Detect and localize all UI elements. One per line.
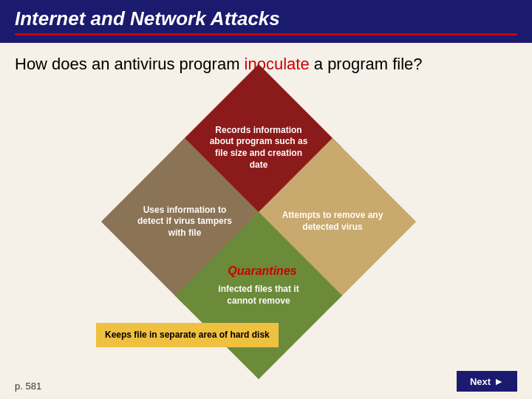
next-button[interactable]: Next ►: [457, 371, 517, 392]
header: Internet and Network Attacks: [0, 0, 532, 43]
diamond-bottom: infected files that it cannot remove: [175, 212, 342, 379]
diamond-area: Records information about program such a…: [0, 81, 532, 369]
header-divider: [15, 33, 517, 35]
quarantines-label: Quarantines: [214, 265, 310, 278]
next-arrow-icon: ►: [494, 375, 504, 387]
subtitle-before: How does an antivirus program: [15, 55, 245, 73]
subtitle-after: a program file?: [310, 55, 423, 73]
page-number: p. 581: [15, 381, 41, 392]
keeps-file-box: Keeps file in separate area of hard disk: [96, 323, 279, 347]
page-title: Internet and Network Attacks: [15, 7, 517, 30]
next-label: Next: [470, 376, 491, 387]
